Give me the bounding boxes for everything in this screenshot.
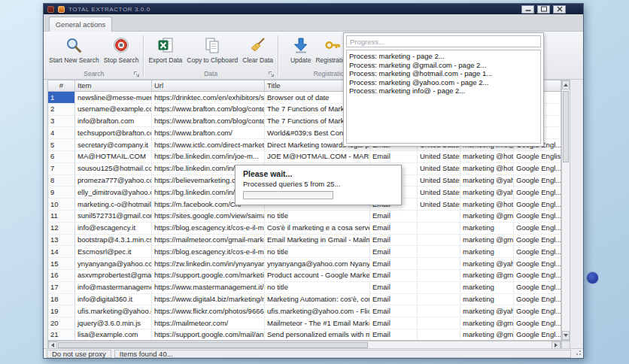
dialog-launcher-icon[interactable]	[268, 71, 275, 77]
cell-engine: Google Engl...	[514, 305, 561, 317]
table-row[interactable]: 14Escmosrl@pec.ithttps://blog.escagency.…	[48, 246, 561, 258]
tab-general-actions[interactable]: General actions	[49, 17, 112, 32]
cell-engine: Google Engl...	[514, 187, 561, 199]
group-separator	[278, 35, 278, 77]
cell-item: info@brafton.com	[75, 116, 152, 128]
stop-search-button[interactable]: Stop Search	[102, 33, 141, 69]
cell-country	[418, 329, 460, 341]
cell-country: United States	[418, 151, 460, 163]
table-row[interactable]: 11sunil572731@gmail.comhttps://sites.goo…	[48, 211, 561, 223]
wait-progress-bar	[243, 191, 333, 199]
cell-num: 15	[48, 258, 75, 270]
cell-item: newsline@messe-muenche...	[75, 92, 152, 104]
window-title: TOTAL EXTRACTOR 3.0.0	[68, 6, 150, 13]
cell-email: Email	[370, 270, 418, 282]
cell-num: 9	[48, 187, 75, 199]
cell-num: 16	[48, 270, 75, 282]
table-row[interactable]: 16asxvmprobertest@gmail.comhttps://suppo…	[48, 270, 561, 282]
cell-url: https://www.brafton.com/blog/conten...	[152, 104, 265, 116]
table-row[interactable]: 12info@escagency.ithttps://blog.escagenc…	[48, 223, 561, 235]
cell-title: ynyanyanga@yahoo.com Nyanyanga ...	[265, 258, 370, 270]
cell-item: marketing.c-o@hotmail.com	[75, 199, 152, 211]
cell-engine: Google Engl...	[514, 175, 561, 187]
maximize-button[interactable]	[537, 5, 550, 14]
cell-engine: Google Engl...	[514, 282, 561, 294]
table-row[interactable]: 18info@digital360.ithttps://www.digital4…	[48, 294, 561, 306]
group-label-search: Search	[84, 70, 104, 77]
progress-input[interactable]: Progress...	[346, 35, 541, 47]
log-line: Process: marketing - page 2...	[349, 52, 538, 61]
vertical-scrollbar[interactable]	[561, 80, 570, 341]
cell-country	[418, 317, 460, 329]
cell-num: 4	[48, 127, 75, 139]
clear-data-button[interactable]: Clear Data	[240, 33, 275, 69]
minimize-button[interactable]	[521, 5, 534, 14]
table-row[interactable]: 21lisa@example.comhttps://support.google…	[48, 329, 561, 341]
start-new-search-button[interactable]: Start New Search	[47, 33, 102, 69]
horizontal-scroll-thumb[interactable]	[58, 342, 368, 348]
cell-keyword: marketing @yaho...	[460, 305, 514, 317]
copy-to-clipboard-button[interactable]: Copy to Clipboard	[184, 33, 240, 69]
stop-icon	[113, 35, 129, 55]
broom-icon	[250, 35, 266, 55]
cell-url: https://www.digital4.biz/marketing/ma...	[152, 294, 265, 306]
cell-email: Email	[370, 294, 418, 306]
table-row[interactable]: 17info@mastermanagement.ithttps://www.ma…	[48, 282, 561, 294]
cell-keyword: marketing @gma...	[460, 317, 514, 329]
cell-email: Email	[370, 223, 418, 235]
cell-num: 17	[48, 282, 75, 294]
cell-item: ufis.marketing@yahoo.com	[75, 305, 152, 317]
close-button[interactable]	[553, 5, 566, 14]
log-line: Process: marketing @gmail.com - page 2..…	[349, 61, 538, 70]
table-row[interactable]: 15ynyanyanga@yahoo.comhttps://zw.linkedi…	[48, 258, 561, 270]
cell-country: United States	[418, 163, 460, 175]
cell-country	[418, 282, 460, 294]
vertical-scroll-thumb[interactable]	[563, 91, 569, 162]
search-icon	[65, 35, 82, 55]
cell-num: 20	[48, 317, 75, 329]
cell-item: techsupport@brafton.com	[75, 127, 152, 139]
table-row[interactable]: 20jquery@3.6.0.min.jshttps://mailmeteor.…	[48, 317, 561, 329]
cell-title: JOE M@HOTMAIL.COM - MARKETI...	[265, 151, 370, 163]
cell-country: United States	[418, 175, 460, 187]
button-label: Update	[290, 56, 311, 64]
resize-grip[interactable]	[574, 348, 582, 357]
app-quick-icon	[58, 6, 65, 13]
column-header[interactable]: Item	[75, 80, 152, 91]
group-separator	[143, 35, 144, 77]
log-line: Process: marketing @hotmail.com - page 1…	[349, 69, 538, 78]
column-header[interactable]: #	[48, 80, 75, 91]
progress-log[interactable]: Process: marketing - page 2...Process: m…	[346, 50, 541, 144]
cell-keyword: marketing @gma...	[460, 329, 514, 341]
progress-panel: Progress... Process: marketing - page 2.…	[343, 32, 544, 147]
wait-dialog-title: Please wait...	[243, 169, 394, 178]
column-header[interactable]: Url	[152, 80, 265, 91]
cell-title: no title	[265, 246, 370, 258]
desktop-icon-dot[interactable]	[586, 271, 599, 284]
cell-num: 14	[48, 246, 75, 258]
export-data-button[interactable]: Export Data	[146, 33, 184, 69]
cell-engine: Google Engl...	[514, 235, 561, 247]
cell-item: Escmosrl@pec.it	[75, 246, 152, 258]
cell-country: United States	[418, 187, 460, 199]
table-row[interactable]: 13bootstrap@4.3.1.min.csshttps://mailmet…	[48, 235, 561, 247]
scroll-down-button[interactable]	[562, 331, 570, 340]
update-button[interactable]: Update	[288, 33, 313, 69]
ribbon-tab-row: General actions	[44, 14, 583, 32]
cell-keyword: marketing @yaho...	[460, 175, 514, 187]
button-label: Start New Search	[49, 56, 99, 64]
scroll-up-button[interactable]	[562, 80, 570, 89]
cell-title: Product account - Google Marketing P...	[265, 270, 370, 282]
cell-num: 6	[48, 151, 75, 163]
cell-item: username@example.com	[75, 104, 152, 116]
cell-item: secretary@company.it	[75, 139, 152, 151]
table-row[interactable]: 19ufis.marketing@yahoo.comhttps://www.fl…	[48, 305, 561, 317]
cell-url: https://support.google.com/marketing...	[152, 270, 265, 282]
cell-num: 18	[48, 294, 75, 306]
cell-num: 8	[48, 175, 75, 187]
log-line: Process: marketing @yahoo.com - page 2..…	[349, 78, 538, 87]
ribbon-group-data: Export Data Copy to Clipb	[146, 33, 275, 79]
dialog-launcher-icon[interactable]	[133, 71, 140, 77]
table-row[interactable]: 6MA@HOTMAIL.COMhttps://be.linkedin.com/i…	[48, 151, 561, 163]
title-bar[interactable]: TOTAL EXTRACTOR 3.0.0	[44, 4, 583, 14]
